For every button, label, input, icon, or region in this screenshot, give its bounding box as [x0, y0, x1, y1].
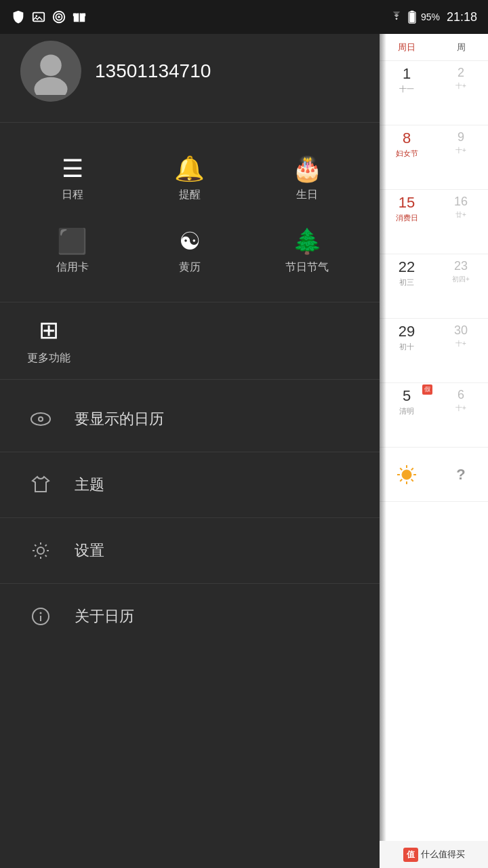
- cal-day-1[interactable]: 1 十一: [380, 61, 434, 125]
- more-features[interactable]: ⊞ 更多功能: [0, 302, 380, 380]
- ad-bar[interactable]: 值 什么值得买: [380, 841, 488, 868]
- cal-day-15[interactable]: 15 消费日: [380, 190, 434, 254]
- calendar-week-1: 1 十一 2 十+: [380, 61, 488, 125]
- feature-birthday[interactable]: 🎂 生日: [249, 143, 366, 216]
- feature-holiday[interactable]: 🌲 节日节气: [249, 216, 366, 288]
- gear-icon: [27, 537, 54, 564]
- feature-schedule[interactable]: ☰ 日程: [14, 143, 131, 216]
- gift-icon: [72, 9, 87, 24]
- day-num-8: 8: [403, 131, 411, 146]
- menu-theme[interactable]: 主题: [0, 452, 380, 518]
- day-num-15: 15: [399, 195, 415, 210]
- svg-line-24: [400, 468, 402, 470]
- avatar: [20, 41, 81, 102]
- menu-items: 要显示的日历 主题 设置: [0, 380, 380, 656]
- day-sub-16: 廿+: [455, 210, 466, 220]
- svg-line-27: [400, 479, 402, 481]
- svg-point-1: [35, 15, 37, 17]
- menu-calendars[interactable]: 要显示的日历: [0, 387, 380, 452]
- cal-day-16[interactable]: 16 廿+: [434, 190, 488, 254]
- lunar-icon: ☯: [179, 229, 201, 254]
- wifi-icon: [390, 12, 403, 22]
- lunar-label: 黄历: [179, 260, 201, 275]
- cal-day-8[interactable]: 8 妇女节: [380, 125, 434, 189]
- more-label: 更多功能: [27, 351, 70, 366]
- day-sub-1: 十一: [399, 84, 414, 94]
- svg-point-4: [58, 16, 60, 18]
- day-num-30: 30: [454, 324, 468, 336]
- clock: 21:18: [447, 10, 477, 24]
- phone-number: 13501134710: [95, 60, 211, 82]
- cal-day-23[interactable]: 23 初四+: [434, 254, 488, 318]
- credit-label: 信用卡: [56, 260, 89, 275]
- photo-icon: [31, 9, 46, 24]
- menu-about[interactable]: 关于日历: [0, 584, 380, 649]
- settings-label: 设置: [75, 540, 104, 561]
- cal-day-2[interactable]: 2 十+: [434, 61, 488, 125]
- holiday-icon: 🌲: [292, 229, 323, 254]
- day-num-2: 2: [458, 66, 464, 79]
- svg-point-11: [35, 77, 68, 95]
- cal-day-30[interactable]: 30 十+: [434, 319, 488, 382]
- day-num-16: 16: [454, 195, 468, 208]
- sidebar: 13501134710 ☰ 日程 🔔 提醒 🎂 生日 ⬛ 信用卡 ☯ 黄历 🌲 …: [0, 0, 380, 868]
- overlay-shadow: [380, 0, 386, 868]
- cal-day-5[interactable]: 假 5 清明: [380, 383, 434, 447]
- about-label: 关于日历: [75, 606, 134, 627]
- calendar-week-3: 15 消费日 16 廿+: [380, 190, 488, 254]
- day-num-29: 29: [399, 324, 415, 339]
- holiday-badge: 假: [422, 384, 432, 395]
- feature-credit[interactable]: ⬛ 信用卡: [14, 216, 131, 288]
- calendar-week-4: 22 初三 23 初四+: [380, 254, 488, 319]
- info-icon: [27, 603, 54, 630]
- status-bar: 95% 21:18: [0, 0, 488, 34]
- svg-point-15: [37, 547, 44, 554]
- cal-day-6[interactable]: 6 十+: [434, 383, 488, 447]
- day-sub-15: 消费日: [396, 213, 418, 223]
- day-num-1: 1: [403, 66, 411, 81]
- svg-line-26: [411, 468, 413, 470]
- schedule-label: 日程: [62, 188, 83, 202]
- shirt-icon: [27, 471, 54, 498]
- day-num-22: 22: [399, 260, 415, 275]
- menu-settings[interactable]: 设置: [0, 518, 380, 584]
- svg-point-10: [40, 55, 62, 77]
- cal-day-29[interactable]: 29 初十: [380, 319, 434, 382]
- day-sub-23: 初四+: [452, 275, 470, 284]
- reminder-label: 提醒: [179, 188, 201, 202]
- day-num-6: 6: [458, 389, 464, 401]
- day-sub-5: 清明: [399, 406, 414, 416]
- svg-point-14: [39, 418, 42, 420]
- feature-grid: ☰ 日程 🔔 提醒 🎂 生日 ⬛ 信用卡 ☯ 黄历 🌲 节日节气: [0, 123, 380, 302]
- svg-point-19: [402, 470, 411, 479]
- svg-line-25: [411, 479, 413, 481]
- svg-rect-9: [409, 13, 415, 22]
- day-sub-22: 初三: [399, 277, 414, 288]
- status-icons-left: [11, 9, 87, 24]
- eye-icon: [27, 406, 54, 433]
- calendar-week-6: 假 5 清明 6 十+: [380, 383, 488, 448]
- dow-monday: 周: [434, 34, 488, 61]
- credit-icon: ⬛: [57, 229, 87, 254]
- day-sub-2: 十+: [455, 81, 466, 91]
- battery-icon: [407, 10, 417, 24]
- calendars-label: 要显示的日历: [75, 409, 164, 429]
- birthday-label: 生日: [296, 188, 318, 202]
- shield-icon: [11, 9, 26, 24]
- day-num-23: 23: [454, 260, 468, 272]
- calendar-dow-row: 周日 周: [380, 34, 488, 61]
- more-features-inner: ⊞ 更多功能: [27, 316, 70, 366]
- cal-day-22[interactable]: 22 初三: [380, 254, 434, 318]
- svg-rect-8: [410, 11, 413, 13]
- day-sub-29: 初十: [399, 342, 414, 352]
- ad-text: 什么值得买: [421, 848, 465, 861]
- schedule-icon: ☰: [62, 157, 83, 181]
- reminder-icon: 🔔: [174, 157, 205, 181]
- calendar-week-2: 8 妇女节 9 十+: [380, 125, 488, 190]
- svg-rect-0: [33, 13, 45, 22]
- holiday-label: 节日节气: [285, 260, 329, 275]
- cal-day-9[interactable]: 9 十+: [434, 125, 488, 189]
- feature-lunar[interactable]: ☯ 黄历: [131, 216, 248, 288]
- calendar-panel: ☰ 201 周日 周 1 十一 2 十+ 8 妇女节 9 十+ 15 消费日: [380, 0, 488, 868]
- feature-reminder[interactable]: 🔔 提醒: [131, 143, 248, 216]
